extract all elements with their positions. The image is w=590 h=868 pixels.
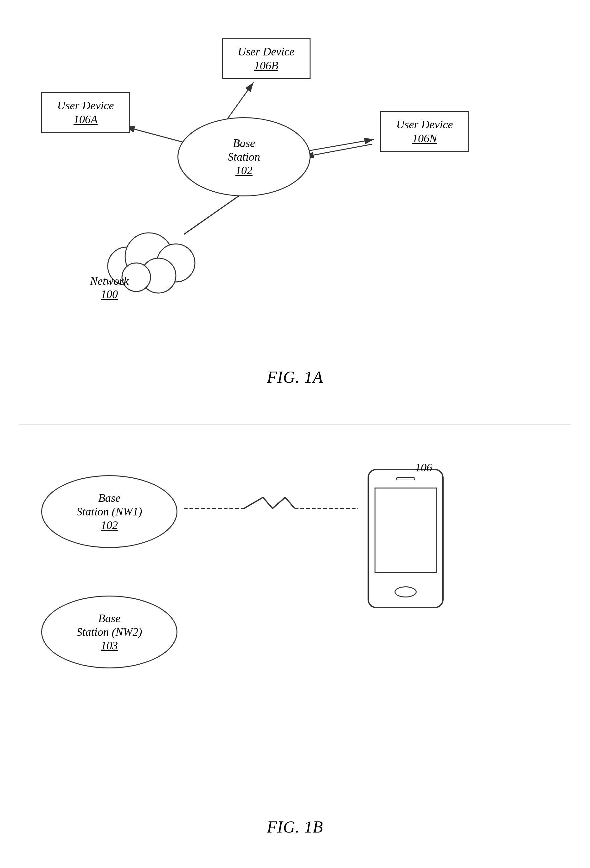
page: User Device 106A User Device 106B User D… <box>0 0 590 868</box>
user-device-b-title: User Device <box>238 45 295 59</box>
user-device-phone <box>368 469 444 608</box>
fig1a-label: FIG. 1A <box>267 368 323 387</box>
phone-button <box>395 586 417 598</box>
user-device-b-id: 106B <box>254 59 278 72</box>
user-device-n-title: User Device <box>396 118 453 131</box>
user-device-a-id: 106A <box>74 113 98 126</box>
base-station-ellipse: BaseStation 102 <box>177 117 311 196</box>
network-label: Network 100 <box>67 275 152 301</box>
phone-label: 106 <box>415 461 432 474</box>
base-station-nw2-title: BaseStation (NW2) <box>77 612 142 639</box>
phone-screen <box>374 487 437 573</box>
user-device-a-title: User Device <box>57 99 114 112</box>
fig1b-label: FIG. 1B <box>267 818 323 836</box>
svg-line-7 <box>304 144 372 157</box>
section-divider <box>19 425 571 425</box>
svg-line-6 <box>301 139 374 152</box>
base-station-nw2-id: 103 <box>101 639 118 652</box>
fig1b-diagram: BaseStation (NW1) 102 BaseStation (NW2) … <box>0 437 590 849</box>
user-device-n-box: User Device 106N <box>380 111 469 152</box>
base-station-nw1-ellipse: BaseStation (NW1) 102 <box>41 475 177 548</box>
network-id: 100 <box>67 288 152 301</box>
phone-speaker <box>396 477 415 480</box>
network-title: Network <box>67 275 152 288</box>
network-cloud-wrap: Network 100 <box>95 216 209 304</box>
user-device-n-id: 106N <box>412 132 437 145</box>
fig1a-diagram: User Device 106A User Device 106B User D… <box>0 19 590 399</box>
lightning-bolt <box>180 493 364 524</box>
user-device-a-box: User Device 106A <box>41 92 130 133</box>
base-station-nw1-id: 102 <box>101 518 118 532</box>
base-station-id: 102 <box>235 164 253 177</box>
user-device-b-box: User Device 106B <box>222 38 311 79</box>
base-station-nw2-ellipse: BaseStation (NW2) 103 <box>41 596 177 669</box>
base-station-title: BaseStation <box>228 137 260 164</box>
base-station-nw1-title: BaseStation (NW1) <box>77 492 142 518</box>
